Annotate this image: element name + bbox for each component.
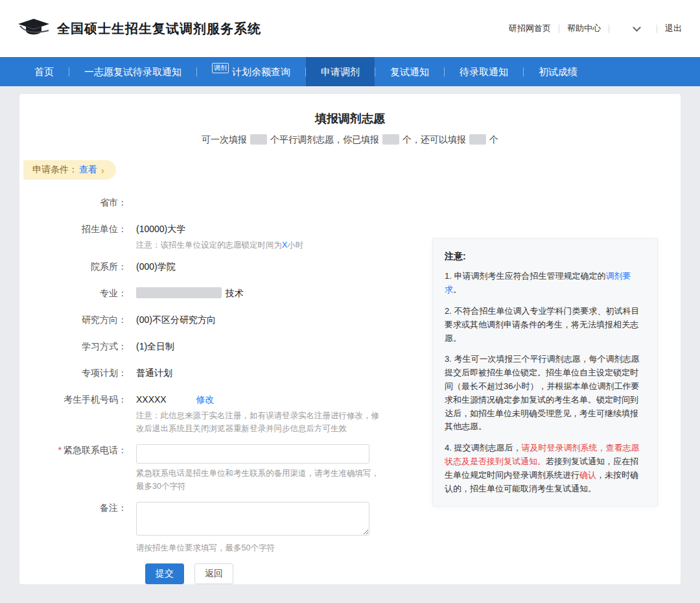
subtitle-text: 个 [489,134,498,145]
subtitle-text: 个平行调剂志愿，你已填报 [270,134,379,145]
header-links: 研招网首页 帮助中心 退出 [509,23,682,34]
notice-item-2: 2. 不符合招生单位调入专业学科门类要求、初试科目要求或其他调剂申请条件的考生，… [445,305,646,345]
header-divider [657,25,657,33]
study-mode-label: 学习方式： [19,340,136,353]
subtitle-text: 可一次填报 [202,134,247,145]
note-text: 注意：该招生单位设定的志愿锁定时间为 [136,241,282,250]
emergency-phone-input[interactable] [136,444,369,464]
logout-link[interactable]: 退出 [665,23,682,34]
form-row-major: 专业： 技术 [19,287,434,300]
nav-item-label: 初试成绩 [539,57,578,86]
notice-panel: 注意: 1. 申请调剂考生应符合招生管理规定确定的调剂要求。 2. 不符合招生单… [432,238,658,506]
form-row-direction: 研究方向： (00)不区分研究方向 [19,314,434,326]
help-center-link[interactable]: 帮助中心 [567,23,601,34]
unit-lock-note: 注意：该招生单位设定的志愿锁定时间为X小时 [136,239,303,252]
remark-label: 备注： [19,502,136,554]
header-divider [559,25,559,33]
required-asterisk: * [58,445,62,455]
major-label: 专业： [19,287,136,300]
form-row-remark: 备注： 请按招生单位要求填写，最多50个字符 [19,502,434,554]
notice-warning-text: 确认 [579,470,596,480]
department-label: 院系所： [19,261,136,273]
page-content: 填报调剂志愿 可一次填报个平行调剂志愿，你已填报个，还可以填报个 申请条件： 查… [0,86,700,584]
submit-button[interactable]: 提交 [145,563,184,584]
tiaoji-tag-icon: 调剂 [212,63,229,73]
subtitle-text: 个，还可以填报 [402,134,466,145]
adjustment-form: 省市： 招生单位： (10000)大学 注意：该招生单位设定的志愿锁定时间为X小… [19,196,434,584]
remark-note: 请按招生单位要求填写，最多50个字符 [136,542,369,554]
main-nav: 首页 一志愿复试待录取通知 调剂 计划余额查询 申请调剂 复试通知 待录取通知 … [0,57,700,86]
page-subtitle: 可一次填报个平行调剂志愿，你已填报个，还可以填报个 [19,134,681,146]
back-button[interactable]: 返回 [194,563,233,584]
graduation-cap-icon [18,18,49,39]
special-plan-value: 普通计划 [136,367,172,379]
nav-item-apply-adjustment[interactable]: 申请调剂 [306,57,375,86]
nav-item-home[interactable]: 首页 [19,57,69,86]
main-card: 填报调剂志愿 可一次填报个平行调剂志愿，你已填报个，还可以填报个 申请条件： 查… [19,94,681,584]
chevron-right-icon: › [101,165,104,176]
study-mode-value: (1)全日制 [136,340,174,353]
form-row-special-plan: 专项计划： 普通计划 [19,367,434,379]
phone-value-line: XXXXX 修改 [136,394,381,406]
form-row-emergency-phone: *紧急联系电话： 紧急联系电话是招生单位和考生联系的备用渠道，请考生准确填写，最… [19,444,434,493]
app-title: 全国硕士生招生复试调剂服务系统 [57,20,261,38]
apply-condition-badge: 申请条件： 查看 › [23,160,116,180]
nav-item-label: 申请调剂 [321,57,360,86]
direction-value: (00)不区分研究方向 [136,314,216,326]
form-actions: 提交 返回 [145,563,434,584]
notice-item-4: 4. 提交调剂志愿后，请及时登录调剂系统，查看志愿状态及是否接到复试通知。若接到… [445,442,646,495]
chevron-down-icon[interactable] [633,23,641,32]
nav-item-first-choice-notice[interactable]: 一志愿复试待录取通知 [69,57,196,86]
notice-text: 。 [453,285,461,294]
emergency-label-text: 紧急联系电话： [64,445,127,455]
redacted-count [382,134,399,145]
condition-label: 申请条件： [32,164,78,176]
app-header: 全国硕士生招生复试调剂服务系统 研招网首页 帮助中心 退出 [0,0,700,57]
emergency-phone-label: *紧急联系电话： [19,444,136,493]
nav-item-label: 待录取通知 [460,57,508,86]
nav-item-initial-score[interactable]: 初试成绩 [524,57,592,86]
phone-note: 注意：此信息来源于实名注册，如有误请登录实名注册进行修改，修改后退出系统且关闭浏… [136,410,381,435]
edit-phone-link[interactable]: 修改 [196,394,215,405]
unit-label: 招生单位： [19,223,136,252]
form-row-department: 院系所： (000)学院 [19,261,434,273]
notice-item-1: 1. 申请调剂考生应符合招生管理规定确定的调剂要求。 [445,270,646,297]
remark-textarea[interactable] [136,502,369,536]
province-label: 省市： [19,196,136,209]
phone-label: 考生手机号码： [19,394,136,435]
note-text: 小时 [287,241,303,250]
nav-item-label: 首页 [34,57,54,86]
nav-item-admission-notice[interactable]: 待录取通知 [445,57,523,86]
redacted-count [250,134,267,145]
notice-item-3: 3. 考生可一次填报三个平行调剂志愿，每个调剂志愿提交后即被招生单位锁定。招生单… [445,353,646,434]
nav-item-retest-notice[interactable]: 复试通知 [375,57,444,86]
department-value: (000)学院 [136,261,176,273]
form-row-study-mode: 学习方式： (1)全日制 [19,340,434,353]
redacted-major [136,287,222,298]
brand: 全国硕士生招生复试调剂服务系统 [18,18,261,39]
view-condition-link[interactable]: 查看 [79,164,97,176]
nav-item-label: 计划余额查询 [232,57,290,86]
form-row-phone: 考生手机号码： XXXXX 修改 注意：此信息来源于实名注册，如有误请登录实名注… [19,394,434,435]
redacted-count [469,134,486,145]
header-divider [609,25,609,33]
special-plan-label: 专项计划： [19,367,136,379]
major-value: 技术 [136,287,244,300]
direction-label: 研究方向： [19,314,136,326]
form-row-province: 省市： [19,196,434,209]
phone-value: XXXXX [136,394,167,405]
major-suffix: 技术 [226,288,244,298]
notice-title: 注意: [445,249,646,263]
nav-item-label: 一志愿复试待录取通知 [84,57,181,86]
form-row-unit: 招生单位： (10000)大学 注意：该招生单位设定的志愿锁定时间为X小时 [19,223,434,252]
yanzhao-home-link[interactable]: 研招网首页 [509,23,551,34]
notice-text: 1. 申请调剂考生应符合招生管理规定确定的 [445,271,605,281]
nav-item-label: 复试通知 [390,57,429,86]
emergency-phone-note: 紧急联系电话是招生单位和考生联系的备用渠道，请考生准确填写，最多30个字符 [136,467,381,493]
page-title: 填报调剂志愿 [19,111,681,126]
nav-item-quota-query[interactable]: 调剂 计划余额查询 [197,57,305,86]
unit-value: (10000)大学 [136,223,303,235]
notice-text: 4. 提交调剂志愿后， [445,443,521,453]
